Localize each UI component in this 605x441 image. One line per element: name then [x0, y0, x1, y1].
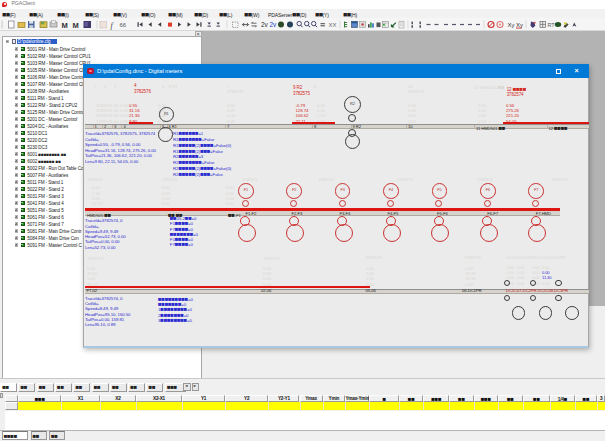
- svg-text:RT: RT: [548, 22, 556, 28]
- svg-text:XX: XX: [329, 22, 337, 28]
- svg-text:2v: 2v: [261, 21, 269, 28]
- svg-text:f: f: [111, 21, 115, 30]
- svg-text:M: M: [73, 21, 79, 30]
- svg-text:2v: 2v: [270, 21, 278, 28]
- svg-text:66: 66: [120, 22, 127, 28]
- svg-text:M: M: [62, 21, 68, 30]
- svg-text:Xy: Xy: [508, 22, 515, 28]
- svg-text:Xy: Xy: [516, 22, 523, 28]
